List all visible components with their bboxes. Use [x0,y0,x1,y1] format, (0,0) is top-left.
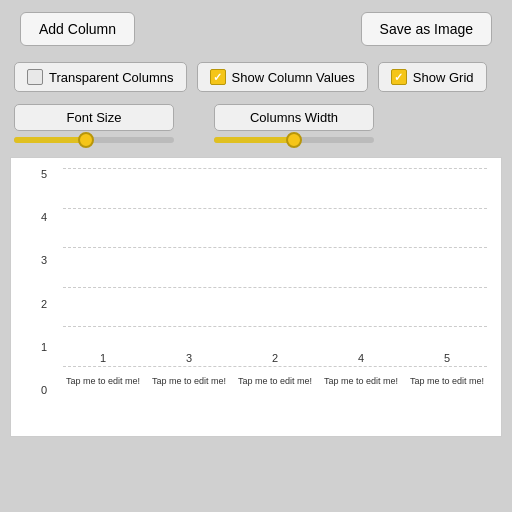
font-size-label: Font Size [14,104,174,131]
bar-group-0[interactable]: 1 [63,168,143,366]
toolbar: Add Column Save as Image [0,0,512,58]
transparent-columns-label: Transparent Columns [49,70,174,85]
bars-area: 13245 [63,168,487,366]
columns-width-thumb[interactable] [286,132,302,148]
show-column-values-label: Show Column Values [232,70,355,85]
chart-inner: 5 4 3 2 1 0 13245 Tap me to edit me!Tap … [41,168,487,396]
bar-2[interactable]: 2 [235,352,315,366]
bar-group-4[interactable]: 5 [407,168,487,366]
columns-width-label: Columns Width [214,104,374,131]
bar-value-2: 2 [272,352,278,364]
y-label-1: 1 [41,341,47,353]
save-image-button[interactable]: Save as Image [361,12,492,46]
show-column-values-checkbox[interactable]: ✓ [210,69,226,85]
y-label-2: 2 [41,298,47,310]
bar-value-4: 5 [444,352,450,364]
font-size-thumb[interactable] [78,132,94,148]
bar-bottom-label-2[interactable]: Tap me to edit me! [235,366,315,396]
show-grid-checkbox[interactable]: ✓ [391,69,407,85]
show-grid-label: Show Grid [413,70,474,85]
bar-value-0: 1 [100,352,106,364]
y-axis: 5 4 3 2 1 0 [41,168,51,396]
y-label-0: 0 [41,384,47,396]
bar-3[interactable]: 4 [321,352,401,366]
options-row: Transparent Columns ✓ Show Column Values… [0,58,512,96]
bar-labels-area: Tap me to edit me!Tap me to edit me!Tap … [63,366,487,396]
bar-bottom-label-4[interactable]: Tap me to edit me! [407,366,487,396]
y-label-5: 5 [41,168,47,180]
transparent-columns-option[interactable]: Transparent Columns [14,62,187,92]
transparent-columns-checkbox[interactable] [27,69,43,85]
bar-0[interactable]: 1 [63,352,143,366]
bar-group-2[interactable]: 2 [235,168,315,366]
bar-1[interactable]: 3 [149,352,229,366]
y-label-4: 4 [41,211,47,223]
columns-width-track[interactable] [214,137,374,143]
font-size-fill [14,137,86,143]
bar-bottom-label-1[interactable]: Tap me to edit me! [149,366,229,396]
bar-value-1: 3 [186,352,192,364]
bar-bottom-label-0[interactable]: Tap me to edit me! [63,366,143,396]
add-column-button[interactable]: Add Column [20,12,135,46]
font-size-slider-group: Font Size [14,104,174,143]
font-size-track[interactable] [14,137,174,143]
y-label-3: 3 [41,254,47,266]
show-grid-option[interactable]: ✓ Show Grid [378,62,487,92]
bar-4[interactable]: 5 [407,352,487,366]
sliders-row: Font Size Columns Width [0,96,512,151]
bar-bottom-label-3[interactable]: Tap me to edit me! [321,366,401,396]
show-column-values-option[interactable]: ✓ Show Column Values [197,62,368,92]
bar-group-1[interactable]: 3 [149,168,229,366]
columns-width-fill [214,137,294,143]
chart-container: 5 4 3 2 1 0 13245 Tap me to edit me!Tap … [10,157,502,437]
bar-group-3[interactable]: 4 [321,168,401,366]
columns-width-slider-group: Columns Width [214,104,374,143]
bar-value-3: 4 [358,352,364,364]
